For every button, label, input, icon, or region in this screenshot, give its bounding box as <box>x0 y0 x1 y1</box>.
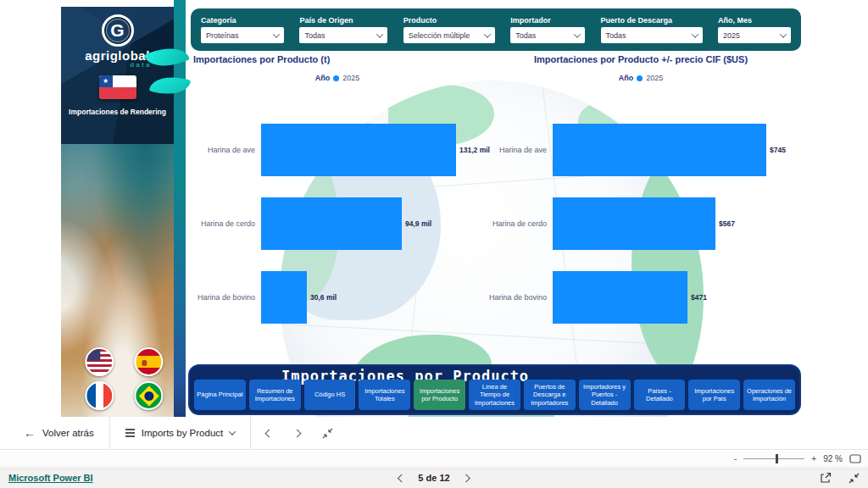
nav-tab-puertos-de-descarga-e-importadores[interactable]: Puertos de Descarga e Importadores <box>524 380 576 410</box>
filter-label: Puerto de Descarga <box>601 16 703 25</box>
chevron-down-icon <box>574 30 581 37</box>
data-label: $745 <box>770 146 786 154</box>
chart-plot-area: Harina de ave131,2 milHarina de cerdo94,… <box>193 124 481 345</box>
chevron-down-icon <box>376 30 383 37</box>
bar-harina-de-bovino[interactable] <box>553 271 687 324</box>
filter-value: Selección múltiple <box>409 31 470 40</box>
category-label: Harina de bovino <box>193 293 261 302</box>
chart-title: Importaciones por Producto +/- precio CI… <box>485 54 797 64</box>
zoom-out-button[interactable]: - <box>734 454 737 463</box>
data-label: 30,6 mil <box>310 293 337 302</box>
sidebar: G agriglobal data ★ Importaciones de Ren… <box>61 7 174 417</box>
legend-dot-icon <box>333 75 339 81</box>
chart-title: Importaciones por Producto (t) <box>193 54 481 64</box>
france-flag-button[interactable] <box>85 381 114 410</box>
nav-tab-linea-de-tiempo-de-importaciones[interactable]: Línea de Tiempo de Importaciones <box>469 380 520 410</box>
nav-tab-importaciones-por-producto[interactable]: Importaciones por Producto <box>414 380 465 410</box>
toolbar-divider <box>250 417 251 449</box>
page-indicator: 5 de 12 <box>398 473 469 483</box>
nav-tab-paises-detallado[interactable]: Países - Detallado <box>634 380 686 410</box>
zoom-level-value: 92 % <box>823 454 843 463</box>
data-label: 94,9 mil <box>405 219 431 228</box>
chart-row-harina-de-bovino: Harina de bovino$471 <box>485 271 797 324</box>
brazil-flag-button[interactable] <box>134 381 163 410</box>
chevron-down-icon <box>229 428 236 435</box>
filter-value: Todas <box>515 31 536 40</box>
filter-dropdown-pais-de-origen[interactable]: Todas <box>299 27 387 43</box>
back-arrow-icon: ← <box>24 426 36 440</box>
zoom-bar: - + 92 % <box>0 451 868 468</box>
status-bar: Microsoft Power BI 5 de 12 <box>0 469 868 488</box>
previous-page-button[interactable] <box>266 430 272 436</box>
usa-flag-button[interactable] <box>85 347 114 376</box>
chevron-down-icon <box>691 30 698 37</box>
chart-imports-by-product-price: Importaciones por Producto +/- precio CI… <box>485 54 797 64</box>
filter-dropdown-ano-mes[interactable]: 2025 <box>718 27 791 43</box>
zoom-slider-handle[interactable] <box>776 454 778 463</box>
bar-track: 131,2 mil <box>261 124 490 176</box>
agriglobal-logo-icon: G <box>102 14 134 47</box>
chile-flag: ★ <box>99 75 136 99</box>
nav-tab-codigo-hs[interactable]: Código HS <box>304 380 356 410</box>
fit-to-page-icon[interactable] <box>849 454 861 463</box>
nav-tab-importaciones-totales[interactable]: Importaciones Totales <box>359 380 410 410</box>
sidebar-header: G agriglobal data ★ Importaciones de Ren… <box>61 7 174 144</box>
nav-tab-operaciones-de-importacion[interactable]: Operaciones de Importación <box>743 380 795 410</box>
back-button[interactable]: ← Volver atrás <box>24 426 94 440</box>
data-label: $567 <box>719 219 735 228</box>
chart-row-harina-de-bovino: Harina de bovino30,6 mil <box>193 271 481 324</box>
legend-entry: 2025 <box>646 74 663 82</box>
filter-categoria: CategoríaProteínas <box>201 16 284 43</box>
filter-dropdown-categoria[interactable]: Proteínas <box>201 27 284 43</box>
previous-page-chevron-icon[interactable] <box>398 475 404 481</box>
viewer-toolbar: ← Volver atrás Imports by Product <box>0 417 868 450</box>
filter-puerto-de-descarga: Puerto de DescargaTodas <box>601 16 703 43</box>
chile-flag-star: ★ <box>99 75 113 87</box>
bar-harina-de-ave[interactable] <box>553 124 766 176</box>
bar-harina-de-cerdo[interactable] <box>261 197 402 250</box>
spain-flag-button[interactable] <box>134 347 163 376</box>
bar-track: 30,6 mil <box>261 271 481 324</box>
filter-dropdown-producto[interactable]: Selección múltiple <box>403 27 495 43</box>
chart-plot-area: Harina de ave$745Harina de cerdo$567Hari… <box>485 124 797 345</box>
filter-dropdown-puerto-de-descarga[interactable]: Todas <box>601 27 703 43</box>
nav-tab-resumen-de-importaciones[interactable]: Resumen de Importaciones <box>249 380 301 410</box>
powerbi-brand-link[interactable]: Microsoft Power BI <box>8 473 93 483</box>
zoom-in-button[interactable]: + <box>811 454 816 463</box>
nav-tab-pagina-principal[interactable]: Página Principal <box>194 380 246 410</box>
filter-dropdown-importador[interactable]: Todas <box>510 27 585 43</box>
page-indicator-text: 5 de 12 <box>418 473 449 483</box>
category-label: Harina de bovino <box>485 293 553 302</box>
legend-dot-icon <box>637 75 643 81</box>
toolbar-divider <box>109 417 110 449</box>
fullscreen-icon[interactable] <box>849 473 860 484</box>
filter-label: Año, Mes <box>718 16 791 25</box>
bar-track: 94,9 mil <box>261 197 481 250</box>
nav-tab-importadores-y-puertos-detallado[interactable]: Importadores y Puertos - Detallado <box>579 380 631 410</box>
report-canvas: G agriglobal data ★ Importaciones de Ren… <box>0 0 868 417</box>
filter-pais-de-origen: País de OrigenTodas <box>299 16 387 43</box>
filter-bar: CategoríaProteínasPaís de OrigenTodasPro… <box>191 8 801 51</box>
chevron-down-icon <box>780 30 787 37</box>
collapse-toolbar-icon[interactable] <box>322 428 333 439</box>
nav-tab-importaciones-por-pais[interactable]: Importaciones por País <box>688 380 740 410</box>
chart-legend: Año2025 <box>193 74 481 82</box>
bar-track: $567 <box>553 197 797 250</box>
bar-harina-de-ave[interactable] <box>261 124 456 176</box>
chart-imports-by-product-tonnes: Importaciones por Producto (t)Año2025Har… <box>193 54 481 64</box>
page-selector-label: Imports by Product <box>142 428 224 438</box>
page-selector-dropdown[interactable]: Imports by Product <box>125 428 236 438</box>
chart-legend: Año2025 <box>485 74 797 82</box>
filter-label: Producto <box>403 16 495 25</box>
chevron-down-icon <box>484 30 491 37</box>
bar-track: $745 <box>553 124 797 176</box>
filter-value: Todas <box>304 31 325 40</box>
legend-title: Año <box>619 74 634 82</box>
bar-harina-de-cerdo[interactable] <box>553 197 715 250</box>
data-label: $471 <box>691 293 707 302</box>
next-page-button[interactable] <box>294 430 300 436</box>
zoom-slider[interactable] <box>743 458 804 459</box>
bar-harina-de-bovino[interactable] <box>261 271 307 324</box>
share-icon[interactable] <box>820 472 832 484</box>
next-page-chevron-icon[interactable] <box>464 475 470 481</box>
